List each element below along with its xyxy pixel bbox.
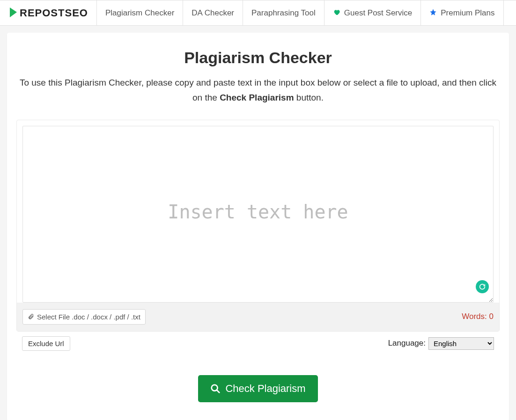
word-count-value: 0 <box>489 312 494 321</box>
textarea-wrap <box>17 126 499 303</box>
check-plagiarism-button[interactable]: Check Plagiarism <box>198 375 317 402</box>
nav-label: Paraphrasing Tool <box>251 8 316 18</box>
exclude-url-button[interactable]: Exclude Url <box>22 336 70 351</box>
language-label: Language: <box>388 339 426 348</box>
submit-row: Check Plagiarism <box>7 375 509 402</box>
nav-premium-plans[interactable]: Premium Plans <box>421 0 503 25</box>
options-row: Exclude Url Language: English <box>16 332 500 351</box>
plagiarism-input[interactable] <box>22 126 494 303</box>
exclude-url-label: Exclude Url <box>28 340 64 348</box>
file-button-label: Select File .doc / .docx / .pdf / .txt <box>37 313 140 321</box>
logo-icon <box>8 7 19 19</box>
nav-paraphrasing-tool[interactable]: Paraphrasing Tool <box>243 0 324 25</box>
nav-plagiarism-checker[interactable]: Plagiarism Checker <box>97 0 183 25</box>
paperclip-icon <box>28 313 34 320</box>
desc-strong: Check Plagiarism <box>220 93 294 102</box>
page-description: To use this Plagiarism Checker, please c… <box>7 75 509 120</box>
top-nav: REPOSTSEO Plagiarism Checker DA Checker … <box>0 0 516 26</box>
check-button-label: Check Plagiarism <box>225 383 305 395</box>
desc-text-after: button. <box>294 93 324 102</box>
word-count-label: Words: <box>462 312 489 321</box>
file-row: Select File .doc / .docx / .pdf / .txt W… <box>17 303 499 331</box>
page-title: Plagiarism Checker <box>7 49 509 67</box>
nav-da-checker[interactable]: DA Checker <box>183 0 243 25</box>
heart-icon <box>333 8 340 18</box>
language-control: Language: English <box>388 337 494 350</box>
nav-label: Premium Plans <box>441 8 494 18</box>
logo-text: REPOSTSEO <box>20 7 88 19</box>
nav-label: Guest Post Service <box>344 8 413 18</box>
select-file-button[interactable]: Select File .doc / .docx / .pdf / .txt <box>22 309 146 325</box>
word-count: Words: 0 <box>462 312 494 321</box>
nav-label: DA Checker <box>192 8 234 18</box>
star-icon <box>429 8 437 18</box>
nav-guest-post-service[interactable]: Guest Post Service <box>324 0 421 25</box>
svg-line-1 <box>217 390 220 392</box>
language-select[interactable]: English <box>428 337 494 350</box>
search-icon <box>210 384 221 394</box>
logo[interactable]: REPOSTSEO <box>0 0 97 25</box>
main-card: Plagiarism Checker To use this Plagiaris… <box>7 33 509 420</box>
tool-panel: Select File .doc / .docx / .pdf / .txt W… <box>16 120 500 332</box>
nav-label: Plagiarism Checker <box>105 8 174 18</box>
